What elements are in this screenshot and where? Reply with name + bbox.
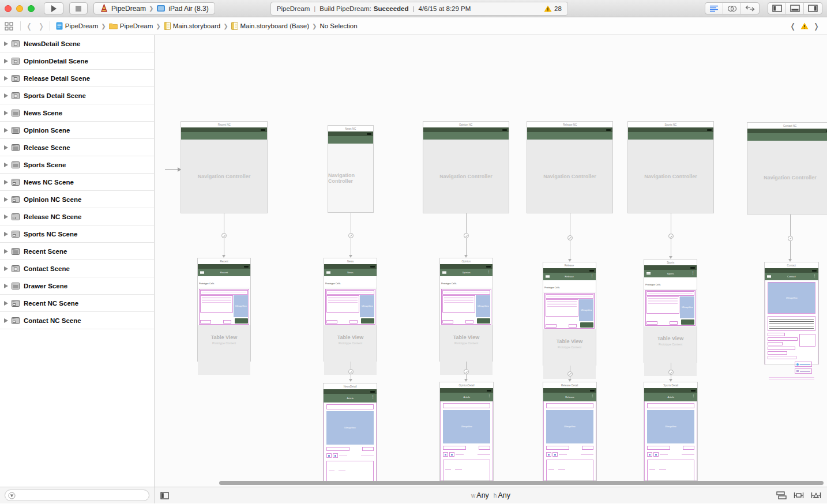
uiimageview-placeholder[interactable]: UIImageView [647,410,694,443]
disclosure-triangle-icon[interactable] [4,318,8,323]
sidebar-item-recent-nc-scene[interactable]: Recent NC Scene [0,295,154,312]
breadcrumb-item[interactable]: Main.storyboard (Base) [231,22,310,30]
navigation-controller-body[interactable]: Navigation Controller [328,144,373,212]
table-view-area[interactable]: Table View Prototype Content [198,325,250,375]
scene-opiniondetail[interactable]: OpinionDetail Article ⋮ UIImageView [439,382,494,481]
navigation-controller-body[interactable]: Navigation Controller [747,141,827,214]
disclosure-triangle-icon[interactable] [4,180,8,185]
toggle-utilities-button[interactable] [804,3,822,14]
cell-action-button[interactable] [235,318,248,324]
uiimageview-placeholder[interactable]: UIImageView [326,411,374,445]
segue-relationship-icon[interactable] [788,236,793,241]
uiimageview-placeholder[interactable]: UIImageView [579,299,593,321]
disclosure-triangle-icon[interactable] [4,215,8,219]
breadcrumb-item[interactable]: No Selection [319,22,357,29]
disclosure-triangle-icon[interactable] [4,145,8,150]
uiimageview-placeholder[interactable]: UIImageView [360,295,374,317]
disclosure-triangle-icon[interactable] [4,266,8,271]
segue-relationship-icon[interactable] [221,233,227,238]
segue-relationship-icon[interactable] [464,233,469,238]
sidebar-item-release-nc-scene[interactable]: Release NC Scene [0,208,154,225]
sidebar-item-sports-nc-scene[interactable]: Sports NC Scene [0,225,154,243]
scene-recent-nc[interactable]: Recent NC Navigation Controller [181,121,268,213]
size-class-control[interactable]: w Any h Any [471,491,510,499]
sidebar-item-opinion-nc-scene[interactable]: Opinion NC Scene [0,191,154,208]
scene-opinion[interactable]: OpinionOpinion⋮ Prototype Cells UIImageV… [439,258,493,362]
scheme-selector[interactable]: PipeDream ❯ iPad Air (8.3) [93,2,215,14]
nav-bar[interactable]: Article ⋮ [440,393,493,401]
standard-editor-button[interactable] [705,3,723,14]
prototype-cell[interactable]: UIImageView [544,293,595,329]
back-button[interactable]: ❬ [26,22,32,31]
pin-button[interactable] [794,491,804,499]
nav-bar[interactable]: Opinion⋮ [440,269,493,276]
storyboard-canvas[interactable]: Recent NC Navigation Controller News NC … [155,35,827,487]
detail-text-view[interactable] [326,461,374,483]
nav-bar[interactable] [628,132,713,140]
cell-action-button[interactable] [361,318,374,324]
toggle-debug-area-button[interactable] [786,3,804,14]
scene-contact[interactable]: ContactContact⋮ UIImageView [764,262,819,364]
sidebar-item-sports-scene[interactable]: Sports Scene [0,156,154,174]
scene-sports[interactable]: SportsSports⋮ Prototype Cells UIImageVie… [644,259,697,363]
sidebar-item-release-scene[interactable]: Release Scene [0,139,154,156]
sidebar-item-opinion-scene[interactable]: Opinion Scene [0,122,154,139]
issue-warning-icon[interactable] [800,22,809,29]
cell-action-button[interactable] [477,318,490,324]
uiimageview-placeholder[interactable]: UIImageView [768,282,815,314]
segue-relationship-icon[interactable] [668,234,674,239]
uiimageview-placeholder[interactable]: UIImageView [546,410,593,443]
breadcrumb-item[interactable]: PipeDream [56,22,99,30]
nav-bar[interactable] [527,132,612,140]
scene-sports-detail[interactable]: Sports Detail Article ⋮ UIImageView [644,382,698,481]
nav-bar[interactable] [328,136,373,144]
navigation-controller-body[interactable]: Navigation Controller [423,140,509,213]
nav-bar[interactable]: Release ⋮ [543,393,596,401]
align-button[interactable] [776,491,787,499]
prototype-cell[interactable]: UIImageView [325,289,375,325]
scene-sports-nc[interactable]: Sports NC Navigation Controller [627,121,714,213]
disclosure-triangle-icon[interactable] [4,76,8,81]
stop-button[interactable] [69,2,88,14]
uiimageview-placeholder[interactable]: UIImageView [443,410,490,443]
sidebar-item-news-nc-scene[interactable]: News NC Scene [0,174,154,191]
minimize-window-button[interactable] [16,5,23,12]
segue-relationship-icon[interactable] [464,369,469,374]
filter-input[interactable] [18,492,146,499]
toggle-navigator-button[interactable] [768,3,786,14]
disclosure-triangle-icon[interactable] [4,111,8,115]
segue-relationship-icon[interactable] [567,235,573,240]
scene-release[interactable]: ReleaseRelease⋮ Prototype Cells UIImageV… [543,262,596,366]
forward-button[interactable]: ❭ [38,22,44,31]
scene-newsdetail[interactable]: NewsDetail Article ⋮ UIImageView [323,383,377,482]
disclosure-triangle-icon[interactable] [4,232,8,236]
segue-relationship-icon[interactable] [668,370,674,375]
initial-vc-arrow[interactable] [165,169,179,170]
disclosure-triangle-icon[interactable] [4,42,8,46]
close-window-button[interactable] [5,5,12,12]
horizontal-scrollbar[interactable] [219,481,824,485]
segue-relationship-icon[interactable] [567,371,573,377]
uiimageview-placeholder[interactable]: UIImageView [234,295,248,317]
scene-news[interactable]: NewsNews Prototype Cells UIImageView Tab… [324,258,377,362]
navigation-controller-body[interactable]: Navigation Controller [527,140,612,213]
uiimageview-placeholder[interactable]: UIImageView [476,295,490,317]
sidebar-item-sports-detail-scene[interactable]: Sports Detail Scene [0,87,154,104]
navigation-controller-body[interactable]: Navigation Controller [181,140,267,213]
breadcrumb-item[interactable]: Main.storyboard [164,22,220,30]
nav-bar[interactable]: News [324,269,377,276]
breadcrumb-item[interactable]: PipeDream [109,22,153,29]
disclosure-triangle-icon[interactable] [4,93,8,98]
nav-bar[interactable]: Contact⋮ [765,273,818,280]
run-button[interactable] [44,2,63,14]
disclosure-triangle-icon[interactable] [4,301,8,306]
nav-bar[interactable]: Recent [198,269,250,276]
detail-text-view[interactable] [647,460,694,482]
sidebar-item-contact-nc-scene[interactable]: Contact NC Scene [0,312,154,329]
nav-bar[interactable]: Article ⋮ [644,393,697,401]
scene-contact-nc[interactable]: Contact NC Navigation Controller [747,122,827,215]
document-outline-toggle[interactable] [160,492,169,499]
detail-text-view[interactable] [546,460,593,482]
cell-action-button[interactable] [681,319,694,325]
sidebar-item-newsdetail-scene[interactable]: NewsDetail Scene [0,35,154,52]
